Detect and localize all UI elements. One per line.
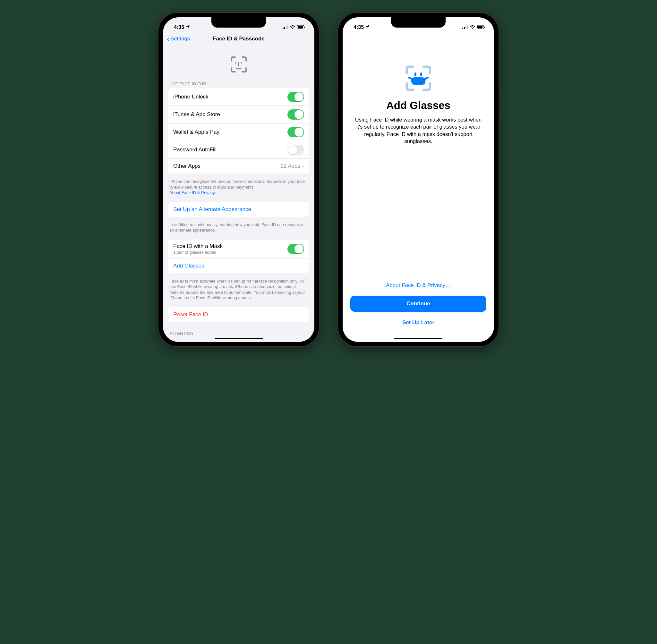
status-time: 4:35 [174, 24, 184, 30]
phone-right: 4:35 [338, 13, 499, 346]
row-password-autofill[interactable]: Password AutoFill [168, 141, 309, 159]
footnote-faceid-desc: iPhone can recognize the unique, three-d… [163, 177, 314, 202]
row-itunes-appstore[interactable]: iTunes & App Store [168, 106, 309, 123]
row-label: Set Up an Alternate Appearance [173, 206, 251, 213]
row-label: Other Apps [173, 163, 201, 169]
footnote-mask: Face ID is most accurate when it's set u… [163, 276, 314, 307]
row-label: Add Glasses [173, 263, 204, 269]
faceid-mask-icon [405, 65, 432, 93]
row-label: Wallet & Apple Pay [173, 129, 220, 135]
continue-button[interactable]: Continue [350, 296, 486, 312]
row-add-glasses[interactable]: Add Glasses [168, 258, 309, 273]
row-subtext: 1 pair of glasses added [173, 250, 223, 255]
toggle-itunes[interactable] [288, 109, 304, 120]
footnote-alt-appearance: In addition to continuously learning how… [163, 220, 314, 239]
about-faceid-privacy-link[interactable]: About Face ID & Privacy… [386, 282, 451, 289]
section-header-attention: ATTENTION [163, 325, 314, 338]
faceid-hero [163, 46, 314, 82]
svg-rect-6 [304, 27, 305, 28]
toggle-iphone-unlock[interactable] [288, 92, 304, 102]
svg-rect-9 [462, 28, 463, 29]
row-faceid-mask[interactable]: Face ID with a Mask 1 pair of glasses ad… [168, 239, 309, 258]
back-label: Settings [171, 36, 190, 42]
page-title: Face ID & Passcode [213, 36, 265, 42]
svg-rect-10 [464, 27, 465, 29]
wifi-icon [290, 25, 295, 29]
row-alternate-appearance[interactable]: Set Up an Alternate Appearance [168, 202, 309, 217]
location-icon [185, 24, 190, 30]
onboarding-description: Using Face ID while wearing a mask works… [354, 116, 482, 145]
home-indicator [394, 338, 443, 339]
svg-rect-3 [288, 25, 288, 29]
about-faceid-privacy-link[interactable]: About Face ID & Privacy… [169, 190, 219, 195]
svg-rect-5 [298, 26, 303, 28]
svg-point-7 [235, 62, 236, 64]
toggle-autofill[interactable] [288, 145, 304, 155]
chevron-left-icon: ‹ [167, 34, 170, 43]
section-header-use-faceid: USE FACE ID FOR: [163, 82, 314, 88]
group-mask: Face ID with a Mask 1 pair of glasses ad… [168, 239, 309, 273]
location-icon [365, 24, 370, 30]
svg-point-8 [241, 62, 242, 64]
chevron-right-icon: › [302, 163, 304, 170]
row-reset-faceid[interactable]: Reset Face ID [168, 307, 309, 322]
row-label: iTunes & App Store [173, 111, 220, 118]
row-wallet-applepay[interactable]: Wallet & Apple Pay [168, 123, 309, 141]
svg-rect-11 [466, 26, 467, 29]
onboarding-title: Add Glasses [386, 99, 450, 112]
svg-rect-16 [414, 72, 416, 76]
group-use-faceid: iPhone Unlock iTunes & App Store Wallet … [168, 88, 309, 174]
group-reset: Reset Face ID [168, 307, 309, 322]
notch [211, 17, 266, 28]
row-label: Reset Face ID [173, 312, 208, 318]
svg-rect-15 [484, 27, 485, 28]
onboarding-content: Add Glasses Using Face ID while wearing … [343, 33, 494, 342]
row-value: 12 Apps [281, 163, 300, 169]
row-label: Face ID with a Mask [173, 243, 223, 250]
row-label: Password AutoFill [173, 146, 217, 153]
toggle-wallet[interactable] [288, 127, 304, 137]
notch [391, 17, 446, 28]
battery-icon [477, 25, 485, 29]
set-up-later-button[interactable]: Set Up Later [402, 316, 434, 329]
svg-rect-12 [467, 25, 468, 29]
phone-left: 4:35 ‹ Settings [158, 13, 319, 346]
faceid-icon [230, 56, 247, 73]
wifi-icon [470, 25, 475, 29]
back-button[interactable]: ‹ Settings [167, 34, 190, 43]
battery-icon [297, 25, 305, 29]
cellular-signal-icon [462, 25, 468, 29]
cellular-signal-icon [282, 25, 288, 29]
svg-rect-17 [420, 72, 422, 76]
row-iphone-unlock[interactable]: iPhone Unlock [168, 88, 309, 106]
svg-rect-2 [286, 26, 287, 29]
row-label: iPhone Unlock [173, 94, 208, 100]
toggle-faceid-mask[interactable] [288, 244, 304, 254]
status-time: 4:35 [354, 24, 364, 30]
home-indicator [214, 338, 263, 339]
nav-bar: ‹ Settings Face ID & Passcode [163, 33, 314, 46]
group-alternate-appearance: Set Up an Alternate Appearance [168, 202, 309, 217]
svg-rect-0 [282, 28, 284, 29]
row-other-apps[interactable]: Other Apps 12 Apps › [168, 159, 309, 174]
svg-rect-1 [284, 27, 285, 29]
svg-rect-14 [477, 26, 482, 28]
